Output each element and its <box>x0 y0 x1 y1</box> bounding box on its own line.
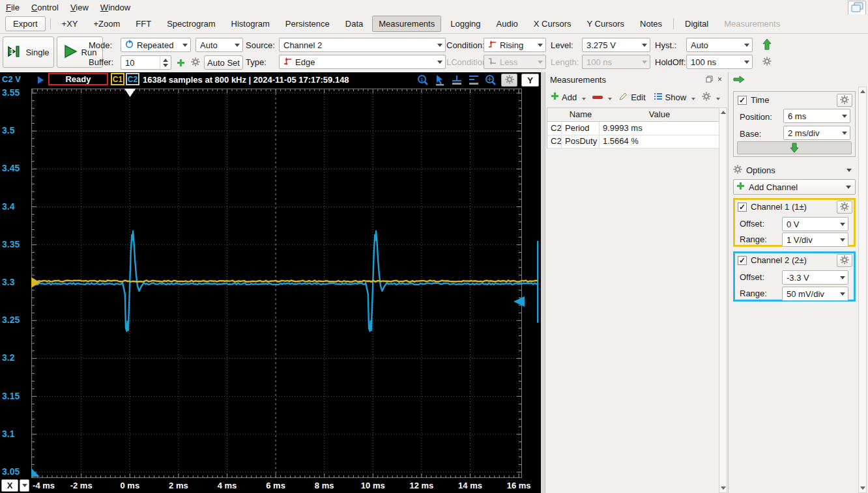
menu-view[interactable]: View <box>65 1 94 14</box>
view-tab-x-cursors[interactable]: X Cursors <box>527 16 578 32</box>
edit-measurement-button[interactable]: Edit <box>616 90 648 105</box>
channel2-offset-select[interactable]: -3.3 V <box>782 270 848 285</box>
position-select[interactable]: 6 ms <box>783 109 850 123</box>
add-dropdown-arrow[interactable] <box>582 98 586 100</box>
channel2-gear-button[interactable] <box>837 254 852 267</box>
channel-tab-c1[interactable]: C1 <box>111 73 124 85</box>
type-select[interactable]: Edge <box>279 55 446 69</box>
channel1-range-select[interactable]: 1 V/div <box>782 232 848 247</box>
view-tab--zoom[interactable]: +Zoom <box>87 16 127 32</box>
column-value[interactable]: Value <box>600 108 719 121</box>
y-tick-label: 3.25 <box>2 315 20 325</box>
x-cursor-icon[interactable] <box>450 74 463 87</box>
channel-tab-c2[interactable]: C2 <box>126 73 139 85</box>
chevron-down-icon <box>534 38 545 51</box>
view-tab-export[interactable]: Export <box>5 16 46 31</box>
show-dropdown-arrow[interactable] <box>691 98 695 100</box>
remove-measurement-button[interactable] <box>590 94 605 101</box>
menu-control[interactable]: Control <box>25 1 65 14</box>
scroll-down-icon[interactable] <box>719 484 727 492</box>
auto-set-button[interactable]: Auto Set <box>204 55 243 70</box>
collapse-panel-icon[interactable] <box>733 76 745 85</box>
trigger-up-arrow-icon[interactable] <box>760 37 774 51</box>
float-panel-icon[interactable] <box>705 75 714 83</box>
view-tab-digital[interactable]: Digital <box>678 16 715 32</box>
mode-select[interactable]: Repeated <box>121 38 191 52</box>
mode-auto-select[interactable]: Auto <box>195 38 243 52</box>
scroll-up-icon[interactable] <box>719 108 727 117</box>
remove-dropdown-arrow[interactable] <box>608 98 612 100</box>
menu-file[interactable]: File <box>0 1 25 14</box>
channel2-range-select[interactable]: 50 mV/div <box>782 287 848 301</box>
menu-window[interactable]: Window <box>94 1 136 14</box>
table-header[interactable]: NameValue <box>547 108 719 122</box>
y-axis-button[interactable]: Y <box>521 74 539 87</box>
x-axis-dropdown[interactable] <box>20 479 29 492</box>
view-tab-measurements[interactable]: Measurements <box>372 16 441 32</box>
add-measurement-button[interactable]: Add <box>548 90 579 104</box>
scroll-down-icon[interactable] <box>859 484 866 492</box>
view-tab-logging[interactable]: Logging <box>444 16 487 32</box>
view-tab-audio[interactable]: Audio <box>490 16 525 32</box>
view-tab-spectrogram[interactable]: Spectrogram <box>160 16 222 32</box>
level-select[interactable]: 3.275 V <box>582 38 650 52</box>
cascade-windows-button[interactable] <box>848 1 866 15</box>
view-tab-data[interactable]: Data <box>339 16 369 32</box>
hyst-select[interactable]: Auto <box>686 38 753 52</box>
source-select[interactable]: Channel 2 <box>279 38 446 52</box>
time-expand-button[interactable] <box>737 141 852 154</box>
view-tab--xy[interactable]: +XY <box>55 16 85 32</box>
zoom-fit-icon[interactable]: 1 <box>416 74 429 87</box>
plot-settings-button[interactable] <box>501 74 517 87</box>
trigger-gear-button[interactable] <box>760 55 774 69</box>
measurements-scrollbar[interactable] <box>719 107 727 493</box>
x-tick-label: 6 ms <box>266 481 285 490</box>
measurement-name: PosDuty <box>562 135 600 148</box>
measurements-gear-button[interactable] <box>699 90 714 105</box>
holdoff-select[interactable]: 100 ns <box>686 55 753 69</box>
base-select[interactable]: 2 ms/div <box>783 126 850 140</box>
waveform-plot[interactable] <box>31 89 541 479</box>
buffer-spinner[interactable] <box>160 56 171 69</box>
buffer-add-button[interactable] <box>173 55 188 70</box>
type-label: Type: <box>246 55 267 69</box>
view-toolbar: Export+XY+ZoomFFTSpectrogramHistogramPer… <box>0 14 868 34</box>
chevron-down-icon <box>741 55 752 68</box>
panel-scrollbar[interactable] <box>858 87 867 493</box>
close-panel-icon[interactable]: × <box>716 75 724 83</box>
pointer-icon[interactable] <box>433 74 446 87</box>
y-cursor-icon[interactable] <box>467 74 480 87</box>
measurement-row[interactable]: C2PosDuty1.5664 % <box>547 135 719 148</box>
channel1-checkbox[interactable]: ✓ <box>738 203 747 212</box>
zoom-grid-icon[interactable] <box>484 74 497 87</box>
chevron-down-icon <box>434 55 445 68</box>
x-tick-label: 10 ms <box>361 481 385 490</box>
add-channel-button[interactable]: Add Channel <box>733 179 856 195</box>
measurement-row[interactable]: C2Period9.9993 ms <box>547 122 719 135</box>
run-icon <box>63 44 78 61</box>
collapse-arrow-icon[interactable] <box>38 76 44 84</box>
condition-select[interactable]: Rising <box>484 38 546 52</box>
view-tab-fft[interactable]: FFT <box>129 16 158 32</box>
chevron-down-icon <box>534 55 545 68</box>
channel1-gear-button[interactable] <box>837 201 852 214</box>
view-tab-persistence[interactable]: Persistence <box>279 16 336 32</box>
time-gear-button[interactable] <box>837 94 852 107</box>
view-tab-notes[interactable]: Notes <box>633 16 669 32</box>
channel1-offset-select[interactable]: 0 V <box>782 217 848 231</box>
scroll-up-icon[interactable] <box>859 87 866 96</box>
channel2-checkbox[interactable]: ✓ <box>738 256 747 265</box>
column-name[interactable]: Name <box>562 108 600 121</box>
view-tab-histogram[interactable]: Histogram <box>225 16 276 32</box>
options-row[interactable]: Options <box>733 163 856 177</box>
buffer-gear-button[interactable] <box>188 55 203 70</box>
show-measurement-button[interactable]: Show <box>651 91 689 104</box>
time-checkbox[interactable]: ✓ <box>738 96 747 105</box>
single-button[interactable]: 1 Single <box>3 36 54 68</box>
gear-dropdown-arrow[interactable] <box>716 98 720 100</box>
level-label: Level: <box>551 38 573 52</box>
buffer-input[interactable]: 10 <box>121 55 171 70</box>
x-tick-label: 0 ms <box>120 481 139 490</box>
x-axis-button[interactable]: X <box>1 479 18 492</box>
view-tab-y-cursors[interactable]: Y Cursors <box>581 16 631 32</box>
